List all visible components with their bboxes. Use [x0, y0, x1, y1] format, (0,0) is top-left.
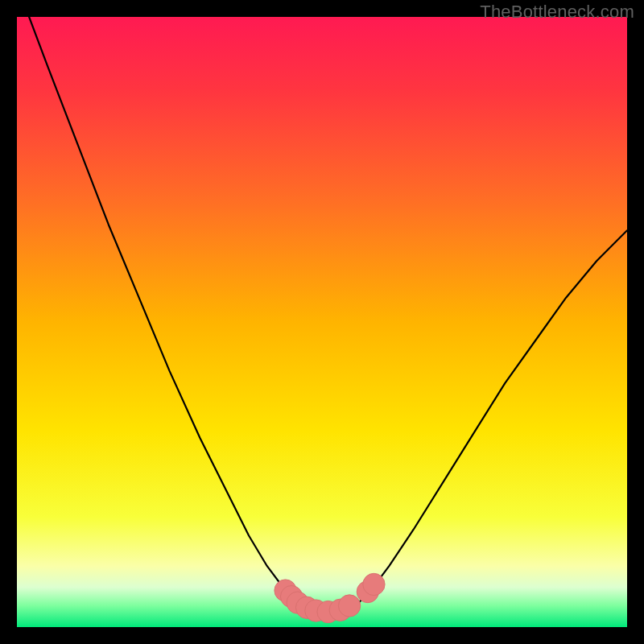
curve-marker — [363, 573, 385, 595]
attribution-text: TheBottleneck.com — [480, 2, 634, 23]
curve-marker — [338, 595, 360, 617]
chart-svg — [17, 17, 627, 627]
gradient-background — [17, 17, 627, 627]
chart-frame: TheBottleneck.com — [0, 0, 644, 644]
plot-area — [17, 17, 627, 627]
